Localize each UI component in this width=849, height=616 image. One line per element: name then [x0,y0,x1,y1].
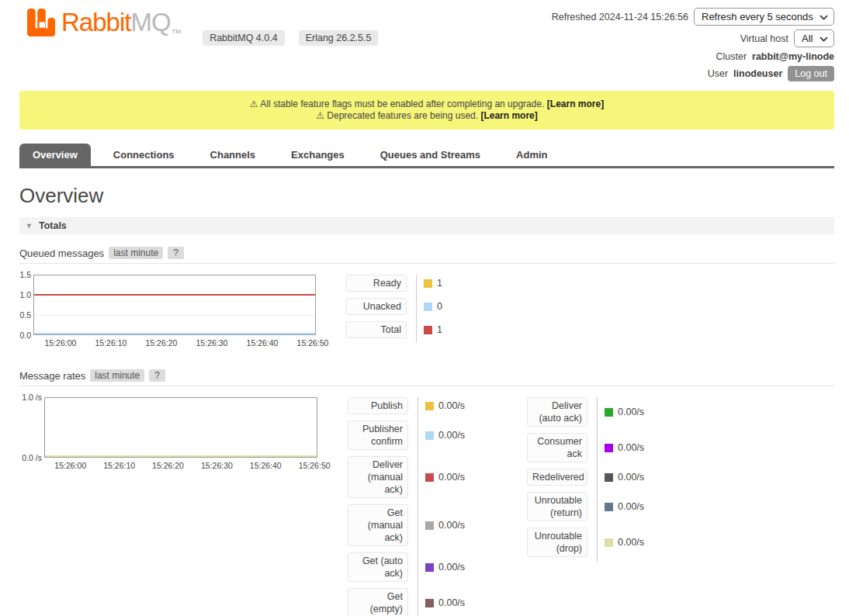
chart-title: Message rates [19,370,85,382]
virtual-host-label: Virtual host [740,33,788,44]
rabbitmq-logo[interactable]: RabbitMQTM [27,8,181,37]
rates-legend-value-text: 0.00/s [438,562,465,573]
warning-banner: ⚠ All stable feature flags must be enabl… [19,91,834,130]
series-swatch-icon [605,473,613,482]
queued-legend-value-text: 1 [437,278,442,289]
rates-legend-value-text: 0.00/s [618,501,644,512]
rates-legend-row: Get (auto ack)0.00/s [348,552,484,582]
refresh-interval-select[interactable]: Refresh every 5 seconds [694,8,834,26]
rates-legend-value: 0.00/s [425,472,465,483]
series-swatch-icon [605,444,613,452]
range-badge[interactable]: last minute [109,247,163,259]
rates-legend-value: 0.00/s [425,520,465,531]
rabbitmq-version-badge: RabbitMQ 4.0.4 [203,30,285,46]
rates-legend-label-get-auto-ack[interactable]: Get (auto ack) [348,552,408,582]
rates-legend-row: Unroutable (drop)0.00/s [527,528,664,557]
range-badge[interactable]: last minute [90,369,144,382]
tab-queues-and-streams[interactable]: Queues and Streams [367,144,494,166]
y-axis-tick: 0.0 [19,330,31,340]
rates-legend-label-get-manual-ack[interactable]: Get (manual ack) [348,504,408,546]
x-axis: 15:26:0015:26:1015:26:2015:26:3015:26:40… [33,335,316,349]
rates-legend-label-redelivered[interactable]: Redelivered [527,469,587,486]
x-axis-tick: 15:26:30 [201,461,233,470]
series-line-total [34,294,315,296]
rates-legend-value: 0.00/s [605,442,644,453]
user-name: linodeuser [733,68,782,79]
trademark-label: TM [172,28,182,35]
queued-messages-legend: Ready1Unacked0Total1 [346,275,483,344]
x-axis-tick: 15:26:50 [297,338,329,348]
y-axis-tick: 0.0 /s [22,453,42,462]
rates-legend-value-text: 0.00/s [618,537,644,548]
x-axis-tick: 15:26:20 [146,338,178,348]
virtual-host-select[interactable]: All [794,29,834,47]
series-line-unroutable-drop [45,455,317,457]
x-axis-tick: 15:26:00 [54,461,86,470]
plot-area [44,397,317,458]
rates-legend-label-publisher-confirm[interactable]: Publisher confirm [348,420,408,450]
logout-button[interactable]: Log out [788,66,834,81]
x-axis-tick: 15:26:00 [45,338,77,348]
rates-legend-label-publish[interactable]: Publish [348,397,408,414]
warning-text: ⚠ Deprecated features are being used. [316,110,478,121]
rates-legend-label-deliver-manual-ack[interactable]: Deliver (manual ack) [348,456,408,498]
queued-messages-chart: 1.51.00.50.0 15:26:0015:26:1015:26:2015:… [19,275,316,349]
help-icon[interactable]: ? [149,369,165,382]
queued-legend-label-unacked[interactable]: Unacked [346,298,407,315]
y-axis-tick: 1.0 [19,290,31,299]
tab-bar: OverviewConnectionsChannelsExchangesQueu… [19,144,834,168]
gridline [34,315,315,316]
help-icon[interactable]: ? [168,247,184,259]
deprecated-features-warning: ⚠ Deprecated features are being used. [L… [26,110,828,122]
collapse-triangle-icon: ▼ [26,222,33,230]
y-axis: 1.51.00.50.0 [19,275,33,335]
rates-legend-row: Unroutable (return)0.00/s [527,492,664,521]
page-title: Overview [19,184,834,208]
version-badges: RabbitMQ 4.0.4 Erlang 26.2.5.5 [203,30,378,46]
learn-more-link[interactable]: [Learn more] [480,110,537,121]
series-swatch-icon [425,599,434,607]
learn-more-link[interactable]: [Learn more] [547,99,604,109]
rates-legend-value: 0.00/s [605,407,644,417]
tab-connections[interactable]: Connections [100,144,188,166]
queued-legend-label-ready[interactable]: Ready [346,275,407,292]
logo-text-mq: MQ [130,8,170,37]
x-axis: 15:26:0015:26:1015:26:2015:26:3015:26:40… [44,458,317,472]
rates-legend-row: Get (manual ack)0.00/s [348,504,484,546]
rates-legend-label-consumer-ack[interactable]: Consumer ack [527,433,587,462]
rates-legend-label-deliver-auto-ack[interactable]: Deliver (auto ack) [527,397,587,427]
queued-legend-row: Ready1 [346,275,483,292]
cluster-label: Cluster [716,51,747,62]
rates-legend-value-text: 0.00/s [438,472,465,483]
rates-legend-value-text: 0.00/s [438,520,465,531]
series-swatch-icon [425,563,434,572]
message-rates-chart: 1.0 /s0.0 /s 15:26:0015:26:1015:26:2015:… [19,397,317,472]
rates-legend-label-get-empty[interactable]: Get (empty) [348,588,408,616]
rates-legend-value: 0.00/s [425,597,465,608]
y-axis-tick: 0.5 [19,310,31,320]
queued-legend-value: 1 [424,324,442,335]
x-axis-tick: 15:26:30 [196,338,228,348]
queued-legend-label-total[interactable]: Total [346,321,407,338]
totals-section-header[interactable]: ▼ Totals [19,217,834,234]
queued-messages-header: Queued messages last minute ? [19,247,834,264]
rates-legend-label-unroutable-return[interactable]: Unroutable (return) [527,492,587,521]
tab-channels[interactable]: Channels [197,144,269,166]
rates-legend-value: 0.00/s [605,501,644,512]
tab-admin[interactable]: Admin [503,144,560,166]
tab-overview[interactable]: Overview [19,144,91,166]
tab-exchanges[interactable]: Exchanges [278,144,358,166]
series-swatch-icon [424,326,432,334]
rates-legend-row: Consumer ack0.00/s [527,433,664,462]
queued-messages-section: 1.51.00.50.0 15:26:0015:26:1015:26:2015:… [19,275,834,349]
logo-wordmark: RabbitMQTM [61,8,181,37]
y-axis-tick: 1.0 /s [22,393,42,402]
series-swatch-icon [605,503,613,511]
message-rates-legend-left: Publish0.00/sPublisher confirm0.00/sDeli… [348,397,484,616]
rates-legend-value: 0.00/s [425,430,465,441]
rates-legend-value: 0.00/s [425,400,465,411]
chart-title: Queued messages [19,247,104,259]
legend-divider [418,397,418,616]
rates-legend-row: Deliver (manual ack)0.00/s [348,456,484,498]
rates-legend-label-unroutable-drop[interactable]: Unroutable (drop) [527,528,587,557]
